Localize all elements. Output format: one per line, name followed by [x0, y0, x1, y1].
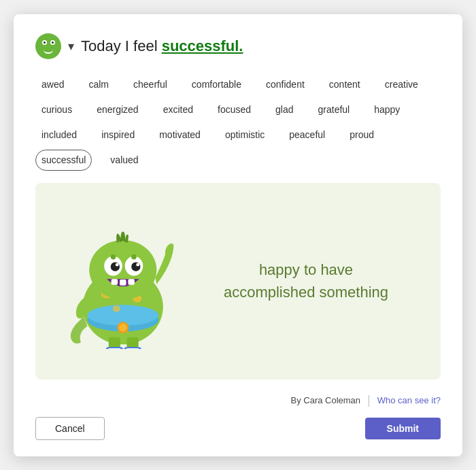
- chevron-icon[interactable]: ▾: [68, 39, 74, 54]
- feeling-card: happy to have accomplished something: [35, 183, 441, 380]
- header: ▾ Today I feel successful.: [35, 33, 441, 59]
- feeling-item-peaceful[interactable]: peaceful: [283, 124, 331, 146]
- feeling-item-included[interactable]: included: [35, 124, 83, 146]
- selected-feeling-label: successful.: [162, 37, 243, 54]
- svg-point-16: [131, 254, 137, 260]
- feeling-item-optimistic[interactable]: optimistic: [219, 124, 271, 146]
- feeling-item-inspired[interactable]: inspired: [95, 124, 141, 146]
- svg-rect-18: [120, 280, 126, 286]
- feeling-item-excited[interactable]: excited: [157, 99, 199, 120]
- svg-point-13: [116, 263, 119, 267]
- feeling-item-focused[interactable]: focused: [211, 99, 257, 120]
- feeling-item-grateful[interactable]: grateful: [312, 99, 356, 120]
- svg-rect-19: [128, 279, 135, 285]
- who-can-see-link[interactable]: Who can see it?: [377, 395, 441, 405]
- feeling-item-energized[interactable]: energized: [90, 99, 145, 120]
- header-title: Today I feel successful.: [81, 37, 243, 55]
- footer-meta: By Cara Coleman | Who can see it?: [35, 393, 441, 407]
- feeling-description: happy to have accomplished something: [188, 258, 424, 303]
- description-line1: happy to have: [259, 261, 353, 278]
- feelings-grid: awedcalmcheerfulcomfortableconfidentcont…: [35, 74, 441, 171]
- svg-point-7: [119, 324, 126, 331]
- feeling-item-successful[interactable]: successful: [35, 150, 92, 171]
- feeling-item-glad[interactable]: glad: [269, 99, 299, 120]
- feeling-item-cheerful[interactable]: cheerful: [127, 74, 173, 95]
- svg-point-15: [111, 254, 116, 260]
- feeling-item-content[interactable]: content: [323, 74, 367, 95]
- divider: |: [367, 393, 371, 407]
- avatar: [35, 33, 61, 59]
- modal: ▾ Today I feel successful. awedcalmcheer…: [14, 14, 462, 456]
- feeling-item-creative[interactable]: creative: [379, 74, 424, 95]
- feeling-item-happy[interactable]: happy: [368, 99, 406, 120]
- svg-point-5: [113, 305, 120, 312]
- title-prefix: Today I feel: [81, 37, 158, 54]
- submit-button[interactable]: Submit: [365, 418, 441, 439]
- feeling-item-calm[interactable]: calm: [82, 74, 115, 95]
- feeling-item-curious[interactable]: curious: [35, 99, 78, 120]
- svg-point-14: [136, 263, 139, 267]
- author-label: By Cara Coleman: [290, 395, 360, 405]
- feeling-item-motivated[interactable]: motivated: [153, 124, 207, 146]
- svg-point-8: [89, 240, 156, 300]
- description-line2: accomplished something: [224, 284, 388, 301]
- monster-illustration: [62, 213, 177, 349]
- svg-point-12: [131, 262, 140, 271]
- svg-rect-17: [112, 279, 118, 285]
- feeling-item-comfortable[interactable]: comfortable: [186, 74, 248, 95]
- svg-point-11: [111, 262, 120, 271]
- monster-area: [52, 213, 188, 349]
- feeling-item-awed[interactable]: awed: [35, 74, 70, 95]
- feeling-item-valued[interactable]: valued: [104, 150, 144, 171]
- feeling-item-confident[interactable]: confident: [260, 74, 311, 95]
- feeling-item-proud[interactable]: proud: [343, 124, 380, 146]
- cancel-button[interactable]: Cancel: [35, 417, 105, 440]
- footer-actions: Cancel Submit: [35, 417, 441, 440]
